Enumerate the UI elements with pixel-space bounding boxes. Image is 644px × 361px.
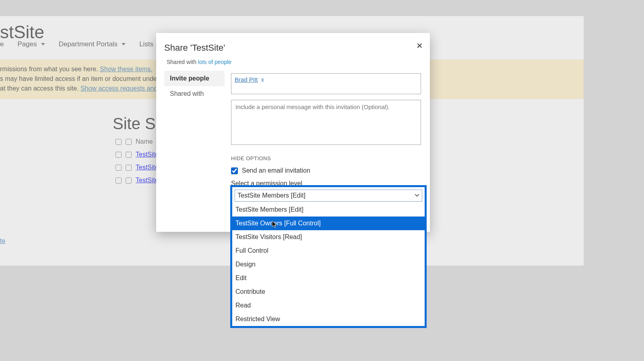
send-email-checkbox[interactable] [231,167,238,174]
chevron-down-icon [415,192,419,199]
permission-option[interactable]: TestSite Owners [Full Control] [232,217,425,230]
close-button[interactable]: × [417,39,423,52]
permission-option[interactable]: Edit [232,271,425,285]
remove-person-icon[interactable]: x [261,76,264,83]
permission-option[interactable]: Contribute [232,285,425,299]
permission-option[interactable]: TestSite Visitors [Read] [232,230,425,244]
send-email-label: Send an email invitation [242,167,310,174]
person-chip[interactable]: Brad Pitt [235,76,258,83]
tab-shared-with[interactable]: Shared with [164,86,225,101]
dialog-title: Share 'TestSite' [164,43,225,53]
permission-option[interactable]: Full Control [232,244,425,258]
shared-with-text: Shared with lots of people [167,59,231,65]
tab-invite-people[interactable]: Invite people [164,71,225,86]
hide-options-toggle[interactable]: HIDE OPTIONS [231,155,421,161]
people-picker[interactable]: Brad Pitt x [231,73,421,94]
dialog-tabs: Invite people Shared with [164,71,225,101]
shared-with-link[interactable]: lots of people [198,59,231,65]
share-form: Brad Pitt x HIDE OPTIONS Send an email i… [231,73,421,187]
permission-option[interactable]: Design [232,258,425,271]
permission-dropdown[interactable]: TestSite Members [Edit] TestSite Members… [230,185,427,328]
permission-options-list: TestSite Members [Edit]TestSite Owners [… [232,203,425,326]
permission-option[interactable]: Read [232,299,425,312]
permission-select[interactable]: TestSite Members [Edit] [235,190,422,202]
permission-option[interactable]: Restricted View [232,312,425,326]
permission-option[interactable]: TestSite Members [Edit] [232,203,425,217]
message-input[interactable] [231,100,421,145]
